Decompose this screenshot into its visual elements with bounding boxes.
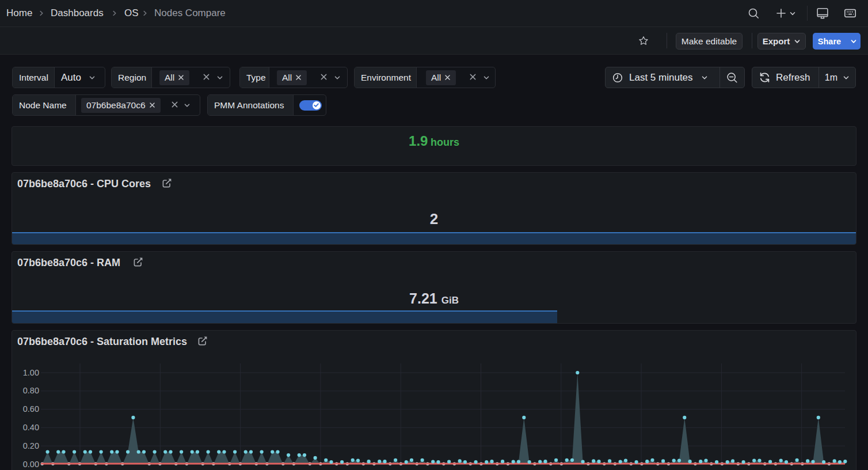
- svg-text:0.40: 0.40: [23, 423, 39, 432]
- svg-text:0.60: 0.60: [23, 404, 39, 414]
- svg-text:1.00: 1.00: [23, 368, 39, 377]
- svg-text:0.00: 0.00: [23, 460, 39, 469]
- svg-text:0.20: 0.20: [23, 441, 39, 450]
- svg-text:0.80: 0.80: [23, 386, 39, 395]
